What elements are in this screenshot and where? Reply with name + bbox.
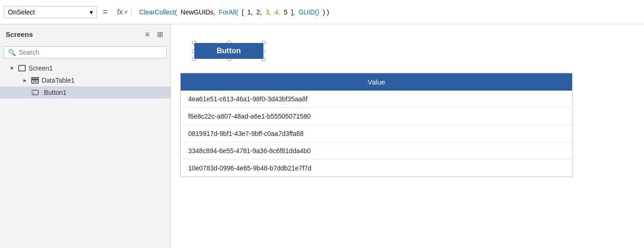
canvas-button-widget[interactable]: Button <box>194 43 263 59</box>
formula-part-5: 5 <box>282 8 288 16</box>
search-icon: 🔍 <box>8 49 16 56</box>
screen-icon <box>18 65 26 71</box>
equals-sign: = <box>101 7 110 17</box>
svg-rect-0 <box>32 90 38 95</box>
data-table: Value 4ea61e51-c613-46a1-98f0-3d43bf35aa… <box>180 73 573 177</box>
formula-expression[interactable]: ClearCollect( NewGUIDs, ForAll( [ 1, 2, … <box>135 8 640 16</box>
sidebar-item-datatable1[interactable]: ► DataTable1 <box>0 74 170 86</box>
property-selector-value: OnSelect <box>8 8 35 16</box>
datatable1-chevron-icon: ► <box>22 78 28 83</box>
grid-view-icon: ⊞ <box>157 30 163 38</box>
property-selector[interactable]: OnSelect ▾ <box>4 6 97 18</box>
main-area: Screens ≡ ⊞ 🔍 ▼ Screen1 ► <box>0 24 644 248</box>
screen1-chevron-icon: ▼ <box>9 65 14 71</box>
data-table-header: Value <box>181 73 572 91</box>
formula-part-2: 2, <box>255 8 262 16</box>
canvas-button[interactable]: Button <box>194 43 263 59</box>
formula-part-forall: ForAll( <box>217 8 238 16</box>
left-panel: Screens ≡ ⊞ 🔍 ▼ Screen1 ► <box>0 24 171 248</box>
panel-title: Screens <box>6 30 33 38</box>
canvas-area: Button Value 4ea61e51-c613-46a1-98f0-3d4… <box>171 24 644 248</box>
panel-icons: ≡ ⊞ <box>143 29 165 40</box>
formula-part-4: 4, <box>273 8 280 16</box>
button1-label: Button1 <box>44 89 66 96</box>
sidebar-item-button1[interactable]: Button1 <box>0 86 170 99</box>
formula-part-3: 3, <box>264 8 271 16</box>
formula-bar: OnSelect ▾ = fx ∨ ClearCollect( NewGUIDs… <box>0 0 644 24</box>
grid-view-button[interactable]: ⊞ <box>155 29 165 40</box>
formula-part-close: ) ) <box>321 8 329 16</box>
panel-header: Screens ≡ ⊞ <box>0 24 170 44</box>
formula-part-1: 1, <box>246 8 253 16</box>
formula-part-clearcollect: ClearCollect( <box>139 8 177 16</box>
fx-chevron-icon: ∨ <box>124 9 127 15</box>
chevron-down-icon: ▾ <box>90 8 93 16</box>
button-node-icon <box>32 89 39 96</box>
search-input[interactable] <box>19 49 163 56</box>
formula-part-bracket-open: [ <box>240 8 244 16</box>
list-view-button[interactable]: ≡ <box>143 29 151 40</box>
datatable1-label: DataTable1 <box>42 77 75 84</box>
screen1-label: Screen1 <box>28 64 53 72</box>
formula-part-newguids: NewGUIDs, <box>179 8 215 16</box>
formula-part-guid: GUID() <box>297 8 319 16</box>
row-value-1: 4ea61e51-c613-46a1-98f0-3d43bf35aa8f <box>188 95 307 103</box>
table-row: 10e0783d-0996-4e65-9b48-b7ddb21e7f7d <box>181 160 572 177</box>
table-row: 4ea61e51-c613-46a1-98f0-3d43bf35aa8f <box>181 91 572 108</box>
sidebar-item-screen1[interactable]: ▼ Screen1 <box>0 62 170 74</box>
row-value-5: 10e0783d-0996-4e65-9b48-b7ddb21e7f7d <box>188 164 311 172</box>
row-value-3: 0819917d-9bf1-43e7-9bff-c0aa7d3ffa68 <box>188 130 304 137</box>
formula-part-bracket-close: ], <box>290 8 295 16</box>
table-row: f6e8c22c-a807-48ad-a6e1-b55505071580 <box>181 108 572 125</box>
fx-button[interactable]: fx ∨ <box>113 8 132 16</box>
table-row: 3348c894-6e55-4781-9a36-8c6f81dda4b0 <box>181 142 572 160</box>
search-box: 🔍 <box>4 46 167 58</box>
row-value-4: 3348c894-6e55-4781-9a36-8c6f81dda4b0 <box>188 147 311 155</box>
fx-label: fx <box>117 8 123 16</box>
table-row: 0819917d-9bf1-43e7-9bff-c0aa7d3ffa68 <box>181 125 572 142</box>
list-view-icon: ≡ <box>145 30 149 38</box>
row-value-2: f6e8c22c-a807-48ad-a6e1-b55505071580 <box>188 113 311 120</box>
